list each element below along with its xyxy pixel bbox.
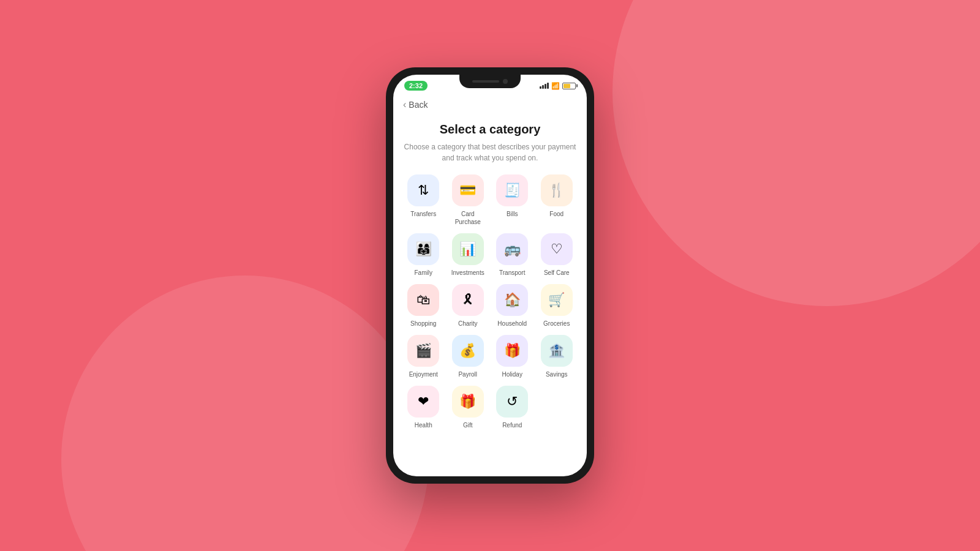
category-food[interactable]: 🍴Food bbox=[537, 174, 578, 226]
category-groceries[interactable]: 🛒Groceries bbox=[537, 284, 578, 328]
category-charity[interactable]: 🎗Charity bbox=[448, 284, 489, 328]
category-self-care[interactable]: ♡Self Care bbox=[537, 233, 578, 277]
category-holiday[interactable]: 🎁Holiday bbox=[492, 335, 533, 378]
category-label-charity: Charity bbox=[458, 320, 478, 328]
category-icon-groceries: 🛒 bbox=[541, 284, 573, 316]
battery-icon bbox=[562, 83, 576, 89]
category-icon-card-purchase: 💳 bbox=[452, 174, 484, 206]
category-payroll[interactable]: 💰Payroll bbox=[448, 335, 489, 378]
phone-shell: 2:32 📶 ‹ bbox=[386, 67, 594, 484]
category-savings[interactable]: 🏦Savings bbox=[537, 335, 578, 378]
category-icon-charity: 🎗 bbox=[452, 284, 484, 316]
category-icon-transfers: ⇅ bbox=[407, 174, 439, 206]
category-family[interactable]: 👨‍👩‍👧Family bbox=[403, 233, 444, 277]
category-label-bills: Bills bbox=[507, 210, 518, 218]
battery-fill bbox=[564, 84, 570, 88]
category-transfers[interactable]: ⇅Transfers bbox=[403, 174, 444, 226]
category-label-investments: Investments bbox=[451, 269, 484, 277]
category-label-household: Household bbox=[497, 320, 527, 328]
screen-content[interactable]: ‹ Back Select a category Choose a catego… bbox=[393, 94, 587, 476]
category-icon-food: 🍴 bbox=[541, 174, 573, 206]
signal-bars bbox=[540, 83, 549, 89]
category-label-refund: Refund bbox=[502, 421, 522, 429]
category-icon-transport: 🚌 bbox=[496, 233, 528, 265]
category-label-family: Family bbox=[415, 269, 432, 277]
back-label: Back bbox=[409, 100, 428, 110]
category-icon-family: 👨‍👩‍👧 bbox=[407, 233, 439, 265]
category-label-transport: Transport bbox=[499, 269, 525, 277]
category-label-gift: Gift bbox=[463, 421, 473, 429]
category-label-shopping: Shopping bbox=[410, 320, 436, 328]
category-label-self-care: Self Care bbox=[544, 269, 570, 277]
category-investments[interactable]: 📊Investments bbox=[448, 233, 489, 277]
category-refund[interactable]: ↺Refund bbox=[492, 386, 533, 429]
notch bbox=[459, 75, 521, 88]
status-icons: 📶 bbox=[540, 82, 576, 90]
phone-screen: 2:32 📶 ‹ bbox=[393, 75, 587, 476]
status-time: 2:32 bbox=[404, 81, 428, 91]
category-icon-refund: ↺ bbox=[496, 386, 528, 418]
category-bills[interactable]: 🧾Bills bbox=[492, 174, 533, 226]
category-icon-holiday: 🎁 bbox=[496, 335, 528, 367]
category-shopping[interactable]: 🛍Shopping bbox=[403, 284, 444, 328]
category-icon-self-care: ♡ bbox=[541, 233, 573, 265]
category-label-card-purchase: Card Purchase bbox=[448, 210, 489, 226]
status-bar: 2:32 📶 bbox=[393, 75, 587, 94]
category-icon-health: ❤ bbox=[407, 386, 439, 418]
category-icon-enjoyment: 🎬 bbox=[407, 335, 439, 367]
category-household[interactable]: 🏠Household bbox=[492, 284, 533, 328]
wifi-icon: 📶 bbox=[551, 82, 560, 90]
category-icon-gift: 🎁 bbox=[452, 386, 484, 418]
category-label-food: Food bbox=[549, 210, 564, 218]
category-label-enjoyment: Enjoyment bbox=[409, 370, 438, 378]
category-label-holiday: Holiday bbox=[502, 370, 522, 378]
category-label-payroll: Payroll bbox=[458, 370, 477, 378]
category-label-health: Health bbox=[415, 421, 432, 429]
category-grid: ⇅Transfers💳Card Purchase🧾Bills🍴Food👨‍👩‍👧… bbox=[403, 174, 577, 429]
category-icon-shopping: 🛍 bbox=[407, 284, 439, 316]
category-icon-savings: 🏦 bbox=[541, 335, 573, 367]
back-button[interactable]: ‹ Back bbox=[403, 94, 577, 115]
notch-dot bbox=[503, 79, 508, 84]
category-label-transfers: Transfers bbox=[410, 210, 436, 218]
category-icon-bills: 🧾 bbox=[496, 174, 528, 206]
back-chevron-icon: ‹ bbox=[403, 99, 406, 110]
page-subtitle: Choose a category that best describes yo… bbox=[403, 141, 577, 163]
category-label-savings: Savings bbox=[546, 370, 568, 378]
notch-bar bbox=[472, 80, 499, 83]
category-label-groceries: Groceries bbox=[543, 320, 570, 328]
category-health[interactable]: ❤Health bbox=[403, 386, 444, 429]
category-icon-household: 🏠 bbox=[496, 284, 528, 316]
category-card-purchase[interactable]: 💳Card Purchase bbox=[448, 174, 489, 226]
page-title: Select a category bbox=[403, 122, 577, 137]
category-transport[interactable]: 🚌Transport bbox=[492, 233, 533, 277]
category-icon-investments: 📊 bbox=[452, 233, 484, 265]
category-enjoyment[interactable]: 🎬Enjoyment bbox=[403, 335, 444, 378]
category-gift[interactable]: 🎁Gift bbox=[448, 386, 489, 429]
category-icon-payroll: 💰 bbox=[452, 335, 484, 367]
